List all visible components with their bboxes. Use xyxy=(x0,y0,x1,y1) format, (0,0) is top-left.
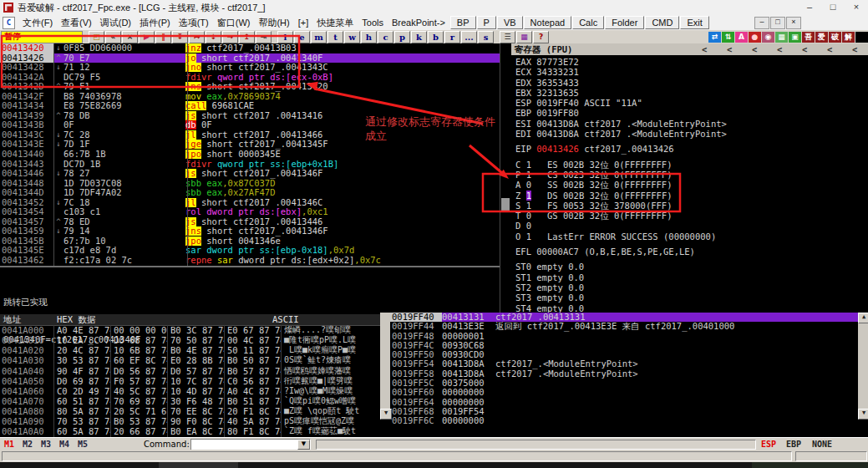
disasm-row[interactable]: 0041343C↓7C 28jl short ctf2017_.00413466 xyxy=(0,130,500,140)
collapse-arrow-icon[interactable]: < xyxy=(852,43,857,55)
stack-row[interactable]: 0019FF4400413E3E返回到 ctf2017_.00413E3E 来自… xyxy=(390,322,858,331)
wu-icon[interactable]: 吾 xyxy=(802,32,815,43)
memory-tab-m1[interactable]: M1 xyxy=(4,440,14,449)
scroll-up-icon[interactable]: ▲ xyxy=(858,313,868,323)
register-row[interactable]: T 0 GS 002B 32位 0(FFFFFFFF) xyxy=(511,211,868,221)
toolbar-letter-button-m[interactable]: m xyxy=(311,31,327,43)
toolbar-letter-button-e[interactable]: e xyxy=(294,31,310,43)
registers-pane[interactable]: 寄存器 (FPU) <<<<<<< EAX 87773E72ECX 343332… xyxy=(511,43,868,313)
disasm-row[interactable]: 0041345B67:7b 10jpo short 0041346e xyxy=(0,237,500,247)
quick-button-calc[interactable]: Calc xyxy=(572,16,604,29)
scroll-down-icon[interactable]: ▼ xyxy=(858,409,868,420)
disasm-row[interactable]: 00413454c103 c1rol dword ptr ds:[ebx],0x… xyxy=(0,207,500,217)
stack-pane[interactable]: 0019FF4000413131ctf2017_.004131310019FF4… xyxy=(390,313,858,426)
minimize-button[interactable]: – xyxy=(798,0,821,15)
trace-over-button[interactable]: ⇢ xyxy=(222,31,238,43)
quick-button-folder[interactable]: Folder xyxy=(605,16,644,29)
memory-tab-m3[interactable]: M3 xyxy=(41,440,51,449)
register-row[interactable]: EIP 00413426 ctf2017_.00413426 xyxy=(511,144,868,154)
mdi-close-button[interactable]: × xyxy=(786,17,801,29)
ebp-flag-label[interactable]: EBP xyxy=(786,440,801,449)
memory-grid-icon[interactable]: ▦ xyxy=(775,32,788,43)
toolbar-letter-button-k[interactable]: k xyxy=(411,31,427,43)
register-row[interactable]: EFL 00000AC7 (O,B,E,BE,S,PE,GE,LE) xyxy=(511,247,868,257)
command-input[interactable]: ▼ xyxy=(190,439,311,450)
collapse-arrow-icon[interactable]: < xyxy=(777,43,782,55)
toolbar-letter-button-dotdotdot[interactable]: ... xyxy=(461,31,477,43)
po-icon[interactable]: 破 xyxy=(829,32,841,43)
disasm-row[interactable]: 0041344066:7B 1Bjpo short 0000345E xyxy=(0,150,500,160)
quick-button-vb[interactable]: VB xyxy=(497,16,523,29)
disasm-row[interactable]: 0041342D^79 F1jns short ctf2017_.0041342… xyxy=(0,82,500,92)
dump-row[interactable]: 0041A01010 EA 8C 74D0 68 87 7470 50 87 7… xyxy=(0,335,380,345)
disasm-scrollbar[interactable] xyxy=(500,43,512,313)
quick-button-exit[interactable]: Exit xyxy=(680,16,708,29)
close-process-button[interactable]: × xyxy=(122,31,138,43)
toolbar-letter-button-b[interactable]: b xyxy=(428,31,444,43)
register-row[interactable]: EDI 00413D8A ctf2017_.<ModuleEntryPoint> xyxy=(511,129,868,139)
target-icon[interactable]: ◉ xyxy=(762,32,774,43)
quick-button-p[interactable]: P xyxy=(477,16,496,29)
stack-row[interactable]: 0019FF6C00000000 xyxy=(390,416,858,425)
disasm-row[interactable]: 0041345Ec17d e8 7dsar dword ptr ss:[ebp-… xyxy=(0,246,500,256)
chevron-down-icon[interactable]: ▼ xyxy=(297,440,310,450)
register-row[interactable]: A 0 SS 002B 32位 0(FFFFFFFF) xyxy=(511,180,868,190)
toolbar-letter-button-l[interactable]: l xyxy=(277,31,293,43)
disasm-row[interactable]: 00413426^70 E7jo short ctf2017_.0041340F xyxy=(0,53,500,64)
toolbar-letter-button-c[interactable]: c xyxy=(378,31,393,43)
save-icon[interactable]: ▣ xyxy=(789,32,801,43)
disasm-row[interactable]: 00413420↓0F85 DD060000jnz ctf2017_.00413… xyxy=(0,43,500,53)
disasm-row[interactable]: 0041342ADC79 F5fdivr qword ptr ds:[ecx-0… xyxy=(0,73,500,83)
disasm-scrollbar-thumb[interactable] xyxy=(501,198,510,211)
collapse-arrow-icon[interactable]: < xyxy=(702,43,707,55)
toolbar-letter-button-p[interactable]: p xyxy=(394,31,410,43)
memory-tab-m4[interactable]: M4 xyxy=(59,440,69,449)
dump-row[interactable]: 0041A04090 4F 87 74D0 56 87 74D0 57 87 7… xyxy=(0,366,380,376)
menu-item[interactable]: 窗口(W) xyxy=(213,17,255,28)
menu-item[interactable]: BreakPoint-> xyxy=(388,17,449,28)
ascii-a-icon[interactable]: A xyxy=(735,32,748,43)
register-row[interactable]: S 1 FS 0053 32位 378000(FFF) xyxy=(511,201,868,211)
dump-row[interactable]: 0041A09070 53 87 74B0 53 87 7490 F0 8C 7… xyxy=(0,416,380,426)
register-row[interactable]: P 1 CS 0023 32位 0(FFFFFFFF) xyxy=(511,170,868,180)
mdi-child-icon[interactable]: C xyxy=(3,17,15,29)
esp-flag-label[interactable]: ESP xyxy=(761,440,776,449)
disasm-row[interactable]: 0041343E↓7D 1Fjge short ctf2017_.0041345… xyxy=(0,140,500,150)
step-into-button[interactable]: ↧ xyxy=(172,31,188,43)
register-row[interactable]: ST0 empty 0.0 xyxy=(511,262,868,272)
updown-icon[interactable]: ⇅ xyxy=(722,32,734,43)
disasm-row[interactable]: 00413459↓79 14jns short ctf2017_.0041346… xyxy=(0,226,500,237)
dump-row[interactable]: 0041A03030 53 87 7460 EF 8C 74E0 28 8B 7… xyxy=(0,355,380,365)
memory-tab-m2[interactable]: M2 xyxy=(23,440,33,449)
mdi-minimize-button[interactable]: – xyxy=(754,17,769,29)
menu-item[interactable]: 插件(P) xyxy=(135,17,175,28)
menu-item[interactable]: 查看(V) xyxy=(57,17,96,28)
quick-button-notepad[interactable]: Notepad xyxy=(524,16,572,29)
breakpoint-dot-icon[interactable]: ● xyxy=(749,32,761,43)
disasm-row[interactable]: 0041343B0Fdb 0F xyxy=(0,120,500,130)
register-row[interactable]: Z 1 DS 002B 32位 0(FFFFFFFF) xyxy=(511,191,868,201)
maximize-button[interactable]: □ xyxy=(821,0,845,15)
dump-row[interactable]: 0041A060C0 2D 49 7740 5C 87 7410 4D 87 7… xyxy=(0,386,380,396)
mdi-restore-button[interactable]: □ xyxy=(770,17,785,29)
register-row[interactable]: O 1 LastErr ERROR_SUCCESS (00000000) xyxy=(511,231,868,242)
register-row[interactable]: ST3 empty 0.0 xyxy=(511,292,868,303)
register-row[interactable]: ESP 0019FF40 ASCII "11A" xyxy=(511,98,868,108)
toolbar-letter-button-s[interactable]: s xyxy=(478,31,494,43)
none-flag-label[interactable]: NONE xyxy=(812,440,832,449)
register-row[interactable]: EBX 32313635 xyxy=(511,88,868,98)
help-button[interactable]: ? xyxy=(533,31,549,43)
register-row[interactable]: ESI 00413D8A ctf2017_.<ModuleEntryPoint> xyxy=(511,119,868,129)
menu-item[interactable]: 调试(D) xyxy=(96,17,135,28)
step-over-button[interactable]: ↦ xyxy=(189,31,205,43)
execute-till-return-button[interactable]: ↥ xyxy=(239,31,255,43)
ai-icon[interactable]: 爱 xyxy=(815,32,828,43)
disasm-row[interactable]: 00413428↓71 12jno short ctf2017_.0041343… xyxy=(0,63,500,73)
toolbar-letter-button-t[interactable]: t xyxy=(327,31,343,43)
collapse-arrow-icon[interactable]: < xyxy=(802,43,807,55)
menu-item[interactable]: 帮助(H) xyxy=(254,17,293,28)
jie-icon[interactable]: 解 xyxy=(842,32,855,43)
toolbar-letter-button-h[interactable]: h xyxy=(361,31,377,43)
menu-item[interactable]: 文件(F) xyxy=(18,17,57,28)
register-row[interactable]: ECX 34333231 xyxy=(511,67,868,77)
